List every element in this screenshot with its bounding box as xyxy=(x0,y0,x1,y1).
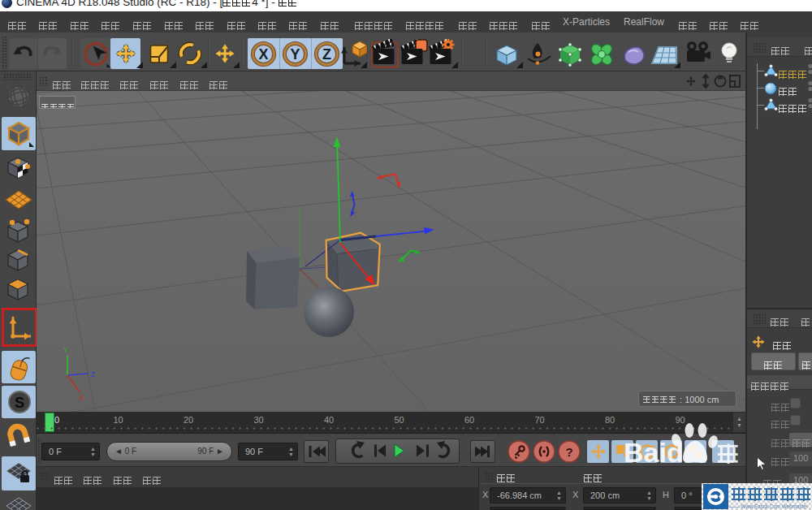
svg-text:S: S xyxy=(15,395,24,411)
svg-text:X: X xyxy=(79,394,84,402)
svg-text:?: ? xyxy=(565,445,572,459)
svg-text:Y: Y xyxy=(290,46,300,63)
svg-text:Z: Z xyxy=(322,46,331,63)
svg-text:Z: Z xyxy=(91,370,96,378)
svg-text:X: X xyxy=(258,46,268,63)
svg-text:Y: Y xyxy=(63,346,68,354)
